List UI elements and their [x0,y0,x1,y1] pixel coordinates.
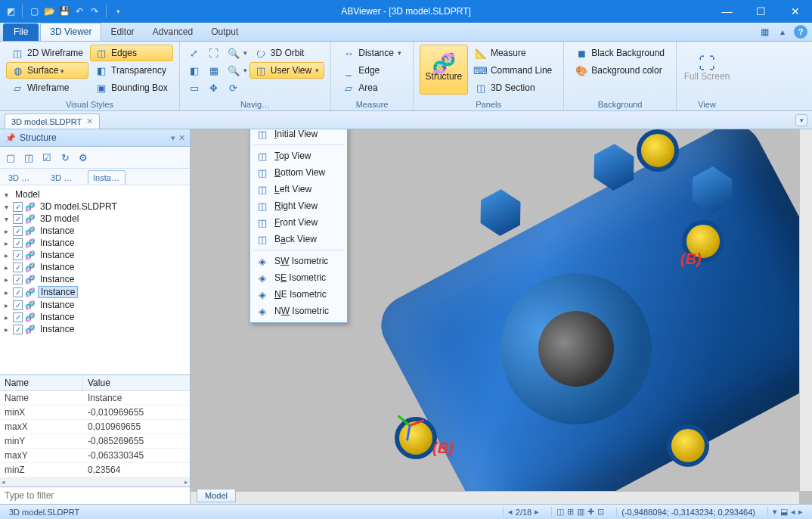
menu-left-view[interactable]: ◫Left View [250,181,347,197]
tree-node-instance[interactable]: ▸✓🧬Instance [2,237,188,249]
viewport-hscrollbar[interactable] [191,491,799,504]
nav-icon-4[interactable]: ◧ [186,62,204,79]
status-icon-5[interactable]: ⊡ [597,507,604,517]
dock-icon[interactable]: ▾ [171,133,175,143]
menu-nw-isometric[interactable]: ◈NW Isometric [250,303,347,319]
tree-node-root[interactable]: ▾Model [2,188,188,200]
collapse-ribbon-icon[interactable]: ▴ [776,25,789,39]
document-tab[interactable]: 3D model.SLDPRT ✕ [5,113,100,129]
status-icon-3[interactable]: ▥ [577,507,584,517]
new-icon[interactable]: ▢ [28,5,40,17]
next-page-icon[interactable]: ▸ [535,507,539,517]
help-icon[interactable]: ? [794,25,807,39]
status-icon-8[interactable]: ◂ [791,507,795,517]
filter-input[interactable] [0,487,190,504]
measure-panel-button[interactable]: 📐Measure [470,45,557,61]
property-row[interactable]: maxX0,010969655 [0,420,190,434]
structure-tree[interactable]: ▾Model ▾✓🧬3D model.SLDPRT ▾✓🧬3D model ▸✓… [0,185,190,374]
viewport-vscrollbar[interactable] [799,129,812,491]
zoomout-dropdown[interactable]: 🔍 [225,62,248,79]
subtab-3dm-1[interactable]: 3D m… [3,170,41,185]
tree-node-instance[interactable]: ▸✓🧬Instance [2,273,188,285]
menu-bottom-view[interactable]: ◫Bottom View [250,164,347,181]
nav-icon-2[interactable]: ⛶ [206,45,224,61]
prop-scrollbar[interactable]: ◂▸ [0,477,190,486]
property-row[interactable]: minZ0,23564 [0,463,190,477]
bounding-box-button[interactable]: ▣Bounding Box [90,79,173,96]
status-icon-9[interactable]: ▸ [798,507,803,517]
subtab-instance[interactable]: Instance [88,170,126,185]
tree-node-instance[interactable]: ▸✓🧬Instance [2,323,188,335]
wireframe2d-button[interactable]: ◫2D Wireframe [6,45,88,61]
user-view-dropdown[interactable]: ◫User View [249,62,324,79]
close-tab-icon[interactable]: ✕ [86,117,93,126]
tree-node-instance[interactable]: ▸✓🧬Instance [2,249,188,261]
tabs-overflow-icon[interactable]: ▾ [795,114,807,126]
section3d-button[interactable]: ◫3D Section [470,79,557,96]
edges-button[interactable]: ◫Edges [90,45,173,61]
property-row[interactable]: minX-0,010969655 [0,406,190,420]
menu-right-view[interactable]: ◫Right View [250,197,347,214]
menu-top-view[interactable]: ◫Top View [250,148,347,164]
tree-node-instance[interactable]: ▸✓🧬Instance [2,299,188,311]
qat-dropdown-icon[interactable]: ▾ [112,5,124,17]
tree-node-instance[interactable]: ▸✓🧬Instance [2,311,188,323]
zoom-dropdown[interactable]: 🔍 [225,45,248,61]
layout-icon[interactable]: ▦ [758,25,771,39]
nav-icon-7[interactable]: ▭ [186,79,204,96]
bg-color-button[interactable]: 🎨Background color [570,62,670,79]
toolbar-icon-2[interactable]: ◫ [21,150,36,165]
status-icon-6[interactable]: ▾ [773,507,777,517]
tree-node-instance-selected[interactable]: ▸✓🧬Instance [2,285,188,299]
undo-icon[interactable]: ↶ [73,5,85,17]
nav-icon-8[interactable]: ✥ [206,79,224,96]
surface-button[interactable]: ◍Surface [6,62,88,79]
menu-front-view[interactable]: ◫Front View [250,214,347,231]
tab-output[interactable]: Output [202,23,247,41]
command-line-button[interactable]: ⌨Command Line [470,62,557,79]
property-row[interactable]: NameInstance [0,391,190,406]
minimize-button[interactable]: — [710,0,744,23]
status-icon-2[interactable]: ⊞ [567,507,574,517]
tab-advanced[interactable]: Advanced [144,23,202,41]
menu-ne-isometric[interactable]: ◈NE Isometric [250,286,347,303]
3d-viewport[interactable]: (B) (B) ◫Initial View ◫Top View ◫Bottom … [191,129,812,504]
close-button[interactable]: ✕ [778,0,812,23]
tab-3d-viewer[interactable]: 3D Viewer [40,23,101,41]
property-row[interactable]: maxY-0,063330345 [0,449,190,463]
open-icon[interactable]: 📂 [43,5,55,17]
prev-page-icon[interactable]: ◂ [508,507,513,517]
tab-file[interactable]: File [3,23,39,41]
toolbar-icon-1[interactable]: ▢ [3,150,18,165]
nav-icon-1[interactable]: ⤢ [186,45,204,61]
area-button[interactable]: ▱Area [337,79,407,96]
toolbar-icon-3[interactable]: ☑ [39,150,54,165]
toolbar-icon-4[interactable]: ↻ [57,150,73,165]
menu-se-isometric[interactable]: ◈SE Isometric [250,269,347,286]
status-icon-7[interactable]: ⬓ [780,507,788,517]
nav-icon-5[interactable]: ▦ [206,62,224,79]
redo-icon[interactable]: ↷ [88,5,101,17]
structure-panel-button[interactable]: 🧬 Structure [420,45,468,95]
tab-editor[interactable]: Editor [101,23,143,41]
property-row[interactable]: minY-0,085269655 [0,434,190,449]
menu-back-view[interactable]: ◫Back View [250,231,347,247]
black-bg-button[interactable]: ◼Black Background [570,45,670,61]
subtab-3dm-2[interactable]: 3D mo… [45,170,83,185]
status-icon-1[interactable]: ◫ [556,507,564,517]
full-screen-button[interactable]: ⛶ Full Screen [683,45,731,95]
status-icon-4[interactable]: ✚ [587,507,594,517]
viewport-tab-model[interactable]: Model [197,489,236,502]
tree-node-file[interactable]: ▾✓🧬3D model.SLDPRT [2,200,188,213]
distance-button[interactable]: ↔Distance [337,45,407,61]
wireframe-button[interactable]: ▱Wireframe [6,79,88,96]
tree-node-model[interactable]: ▾✓🧬3D model [2,213,188,225]
edge-button[interactable]: ⎯Edge [337,62,407,79]
nav-icon-9[interactable]: ⟳ [225,79,248,96]
menu-sw-isometric[interactable]: ◈SW Isometric [250,253,347,269]
save-icon[interactable]: 💾 [58,5,70,17]
tree-node-instance[interactable]: ▸✓🧬Instance [2,225,188,237]
tree-node-instance[interactable]: ▸✓🧬Instance [2,261,188,273]
toolbar-icon-5[interactable]: ⚙ [76,150,91,165]
transparency-button[interactable]: ◧Transparency [90,62,173,79]
